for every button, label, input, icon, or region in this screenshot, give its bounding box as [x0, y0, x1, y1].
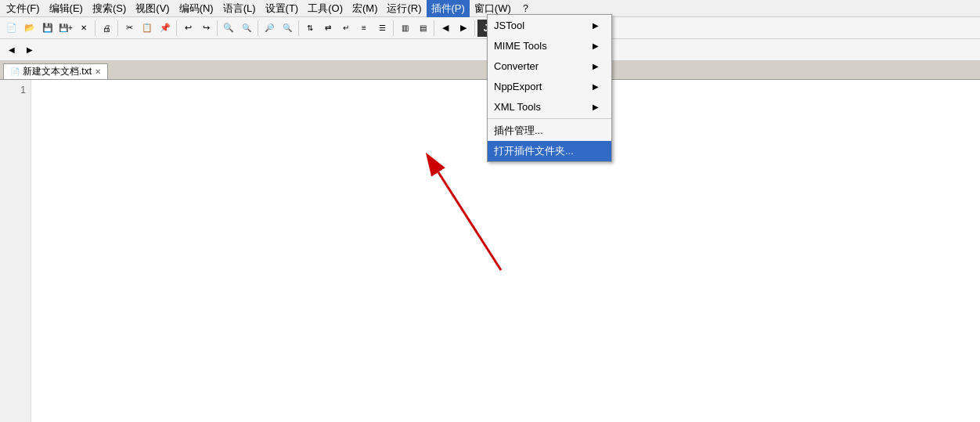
zoom-out-button[interactable]: 🔍 [279, 20, 296, 37]
converter-arrow-icon: ▶ [593, 62, 599, 70]
menu-language[interactable]: 语言(L) [218, 0, 261, 17]
find-icon: 🔍 [223, 23, 234, 33]
wrap-button[interactable]: ↵ [337, 20, 355, 37]
tab-label: 新建文本文档.txt [23, 65, 92, 78]
line-number-1: 1 [0, 83, 26, 97]
tb2-icon1: ◀ [9, 45, 15, 54]
tb2-btn1[interactable]: ◀ [3, 41, 20, 59]
cut-button[interactable]: ✂ [121, 20, 138, 37]
close-doc-icon: ✕ [81, 23, 87, 32]
cut-icon: ✂ [126, 23, 133, 33]
redo-icon: ↪ [203, 23, 210, 33]
find-replace-icon: 🔍 [242, 23, 251, 32]
close-button[interactable]: ✕ [75, 20, 92, 37]
line-numbers: 1 [0, 80, 31, 422]
open-button[interactable]: 📂 [21, 20, 38, 37]
prev-button[interactable]: ◀ [437, 20, 454, 37]
menu-macro[interactable]: 宏(M) [348, 0, 383, 17]
nppexport-label: NppExport [494, 81, 542, 92]
zoom-in-button[interactable]: 🔎 [261, 20, 278, 37]
tb2-btn2[interactable]: ▶ [21, 41, 38, 59]
save-icon: 💾 [42, 23, 53, 33]
sync-v-button[interactable]: ⇅ [301, 20, 319, 37]
split-v-icon: ▥ [402, 23, 409, 32]
menu-xml-tools[interactable]: XML Tools ▶ [488, 96, 611, 117]
menu-plugin-manager[interactable]: 插件管理... [488, 121, 611, 141]
tab-file-icon: 📄 [10, 67, 20, 76]
separator-2 [117, 20, 118, 36]
menu-nppexport[interactable]: NppExport ▶ [488, 76, 611, 96]
menu-run[interactable]: 运行(R) [382, 0, 426, 17]
mime-tools-arrow-icon: ▶ [593, 41, 599, 50]
sync-v-icon: ⇅ [307, 23, 313, 32]
separator-4 [217, 20, 218, 36]
open-icon: 📂 [24, 23, 35, 33]
split-h-button[interactable]: ▤ [414, 20, 431, 37]
copy-button[interactable]: 📋 [139, 20, 156, 37]
menu-converter[interactable]: Converter ▶ [488, 56, 611, 76]
paste-icon: 📌 [160, 23, 171, 33]
separator-3 [176, 20, 177, 36]
indent-button[interactable]: ≡ [355, 20, 373, 37]
print-icon: 🖨 [103, 23, 111, 33]
split-v-button[interactable]: ▥ [396, 20, 413, 37]
tab-close-button[interactable]: ✕ [95, 67, 101, 76]
wrap-icon: ↵ [343, 23, 349, 32]
zoom-in-icon: 🔎 [265, 23, 274, 32]
find-button[interactable]: 🔍 [220, 20, 237, 37]
menu-edit[interactable]: 编辑(E) [45, 0, 88, 17]
tb2-icon2: ▶ [27, 45, 33, 54]
new-icon: 📄 [6, 23, 17, 33]
print-button[interactable]: 🖨 [98, 20, 115, 37]
menu-open-plugin-folder[interactable]: 打开插件文件夹... [488, 141, 611, 161]
mime-tools-label: MIME Tools [494, 40, 547, 52]
open-plugin-folder-label: 打开插件文件夹... [494, 144, 574, 158]
prev-icon: ◀ [442, 23, 449, 33]
save-button[interactable]: 💾 [39, 20, 56, 37]
undo-button[interactable]: ↩ [179, 20, 196, 37]
zoom-out-icon: 🔍 [283, 23, 292, 32]
sync-h-icon: ⇄ [325, 23, 331, 32]
plugin-manager-label: 插件管理... [494, 124, 543, 138]
next-icon: ▶ [460, 23, 467, 33]
separator-9 [474, 20, 475, 36]
dropdown-separator [488, 118, 611, 119]
split-h-icon: ▤ [420, 23, 427, 32]
converter-label: Converter [494, 60, 539, 72]
separator-6 [298, 20, 299, 36]
menu-jstool[interactable]: JSTool ▶ [488, 15, 611, 35]
menu-tools[interactable]: 工具(O) [303, 0, 348, 17]
menu-mime-tools[interactable]: MIME Tools ▶ [488, 35, 611, 56]
menu-settings[interactable]: 设置(T) [261, 0, 304, 17]
jstool-arrow-icon: ▶ [593, 21, 599, 30]
save-all-icon: 💾+ [59, 23, 73, 32]
menu-search[interactable]: 搜索(S) [88, 0, 131, 17]
menu-encode[interactable]: 编码(N) [175, 0, 218, 17]
xml-tools-label: XML Tools [494, 101, 541, 113]
menu-plugins[interactable]: 插件(P) [427, 0, 470, 17]
separator-1 [95, 20, 95, 36]
new-button[interactable]: 📄 [3, 20, 20, 37]
list-icon: ☰ [379, 23, 386, 32]
plugins-dropdown: JSTool ▶ MIME Tools ▶ Converter ▶ NppExp… [487, 14, 612, 162]
sync-h-button[interactable]: ⇄ [319, 20, 337, 37]
next-button[interactable]: ▶ [455, 20, 472, 37]
save-all-button[interactable]: 💾+ [57, 20, 74, 37]
copy-icon: 📋 [142, 23, 153, 33]
menu-file[interactable]: 文件(F) [2, 0, 45, 17]
indent-icon: ≡ [362, 23, 366, 32]
separator-7 [393, 20, 394, 36]
nppexport-arrow-icon: ▶ [593, 82, 599, 91]
list-button[interactable]: ☰ [373, 20, 391, 37]
jstool-label: JSTool [494, 20, 524, 31]
paste-button[interactable]: 📌 [157, 20, 174, 37]
xml-tools-arrow-icon: ▶ [593, 103, 599, 111]
undo-icon: ↩ [185, 23, 192, 33]
document-tab[interactable]: 📄 新建文本文档.txt ✕ [3, 63, 108, 79]
separator-5 [258, 20, 258, 36]
redo-button[interactable]: ↪ [197, 20, 214, 37]
menu-view[interactable]: 视图(V) [131, 0, 174, 17]
separator-8 [434, 20, 434, 36]
find-replace-button[interactable]: 🔍 [238, 20, 255, 37]
